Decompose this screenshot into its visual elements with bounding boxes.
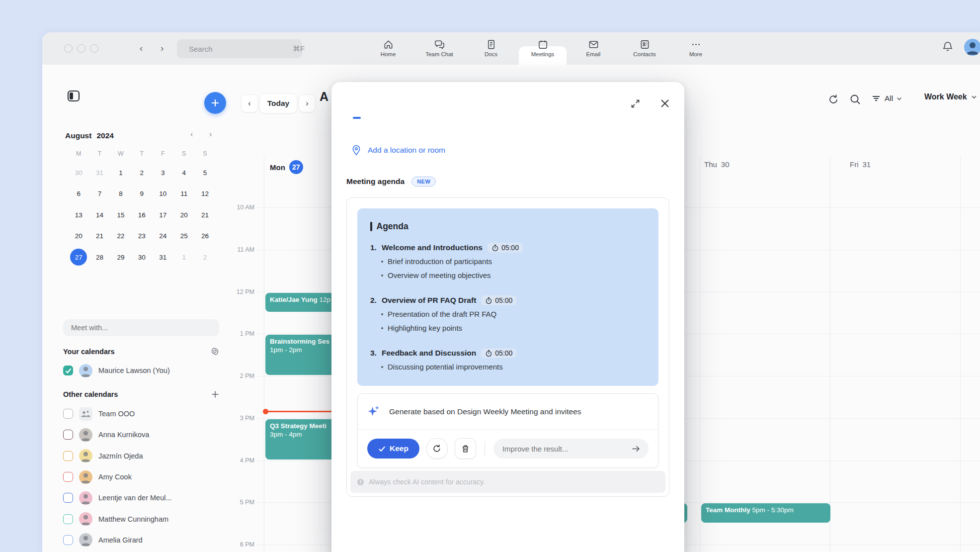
calendar-row-leentje-van-der-meul-[interactable]: Leentje van der Meul...	[63, 487, 172, 508]
close-modal-icon[interactable]	[658, 97, 671, 110]
your-calendars-label: Your calendars	[63, 348, 115, 356]
calendar-settings-gear-icon[interactable]	[211, 347, 219, 356]
mini-calendar-day[interactable]: 20	[68, 226, 89, 247]
window-control-close[interactable]	[64, 44, 73, 53]
nav-item-docs[interactable]: Docs	[465, 39, 517, 65]
mini-calendar-day[interactable]: 31	[153, 247, 173, 268]
calendar-checkbox[interactable]	[63, 493, 73, 503]
nav-item-email[interactable]: Email	[568, 39, 619, 65]
today-date-badge: 27	[289, 160, 303, 174]
filter-control[interactable]: All	[871, 93, 902, 103]
mini-calendar-day[interactable]: 14	[89, 204, 110, 226]
mini-calendar-day[interactable]: 7	[89, 184, 110, 205]
mini-calendar-day[interactable]: 21	[194, 204, 215, 226]
calendar-checkbox[interactable]	[63, 430, 73, 440]
window-control-minimize[interactable]	[77, 44, 85, 53]
add-calendar-plus-icon[interactable]	[211, 390, 219, 398]
mini-calendar-day[interactable]: 15	[110, 204, 131, 226]
calendar-row-team-ooo[interactable]: Team OOO	[63, 403, 172, 424]
mini-calendar-day[interactable]: 3	[153, 162, 173, 184]
submit-arrow-icon[interactable]	[631, 444, 641, 454]
calendar-name: Matthew Cunningham	[98, 515, 168, 523]
calendar-checkbox-checked[interactable]	[63, 366, 73, 375]
mini-calendar-day[interactable]: 31	[89, 162, 110, 184]
mini-calendar-day[interactable]: 30	[131, 247, 152, 268]
mini-calendar-day[interactable]: 9	[131, 184, 152, 205]
mini-calendar-day[interactable]: 28	[89, 247, 110, 268]
user-avatar[interactable]	[964, 39, 980, 56]
global-search[interactable]: ⌘F	[177, 39, 302, 58]
mini-calendar-day[interactable]: 2	[131, 162, 152, 184]
refresh-view-icon[interactable]	[827, 93, 839, 105]
mini-calendar-day[interactable]: 13	[68, 204, 89, 226]
improve-field[interactable]	[493, 439, 649, 459]
keep-button[interactable]: Keep	[367, 439, 419, 459]
history-forward-icon[interactable]: ›	[161, 43, 163, 54]
calendar-checkbox[interactable]	[63, 451, 73, 461]
calendar-checkbox[interactable]	[63, 472, 73, 482]
mini-calendar-day[interactable]: 27	[68, 247, 89, 268]
nav-item-label: Contacts	[633, 51, 655, 57]
calendar-checkbox[interactable]	[63, 535, 73, 545]
calendar-search-icon[interactable]	[849, 93, 861, 105]
nav-item-team-chat[interactable]: Team Chat	[413, 39, 465, 65]
mini-calendar-day[interactable]: 6	[68, 184, 89, 205]
nav-item-contacts[interactable]: Contacts	[619, 39, 670, 65]
mini-calendar-day[interactable]: 17	[153, 204, 173, 226]
hour-label: 1 PM	[220, 330, 254, 337]
mini-calendar-next-icon[interactable]: ›	[209, 130, 212, 139]
history-back-icon[interactable]: ‹	[140, 43, 143, 54]
prev-week-button[interactable]: ‹	[241, 94, 258, 112]
calendar-row-maurice-lawson-you-[interactable]: Maurice Lawson (You)	[63, 360, 170, 381]
mini-calendar-day[interactable]: 22	[110, 226, 131, 247]
nav-item-meetings[interactable]: Meetings	[517, 39, 569, 65]
calendar-row-amy-cook[interactable]: Amy Cook	[63, 466, 172, 487]
delete-button[interactable]	[455, 438, 476, 459]
today-button[interactable]: Today	[259, 93, 297, 113]
calendar-row-matthew-cunningham[interactable]: Matthew Cunningham	[63, 508, 172, 529]
window-control-zoom[interactable]	[90, 44, 98, 53]
mini-calendar-day[interactable]: 5	[194, 162, 215, 184]
mini-calendar-day[interactable]: 8	[110, 184, 131, 205]
mini-calendar-day[interactable]: 20	[173, 204, 194, 226]
mini-calendar-day[interactable]: 25	[173, 226, 194, 247]
current-time-dot	[263, 409, 268, 414]
search-input[interactable]	[188, 44, 289, 54]
mini-calendar-day[interactable]: 4	[173, 162, 194, 184]
event-team-monthly[interactable]: Team Monthly 5pm - 5:30pm	[701, 503, 830, 522]
expand-modal-icon[interactable]	[629, 97, 642, 110]
regenerate-button[interactable]	[426, 438, 448, 459]
view-switcher[interactable]: Work Week	[924, 92, 977, 101]
mini-calendar-day[interactable]: 10	[153, 184, 173, 205]
calendar-checkbox[interactable]	[63, 409, 73, 419]
nav-item-home[interactable]: Home	[362, 39, 414, 65]
mini-calendar-day[interactable]: 30	[68, 162, 89, 184]
sidebar-toggle-icon[interactable]	[66, 89, 81, 103]
calendar-row-amelia-girard[interactable]: Amelia Girard	[63, 530, 172, 551]
mini-calendar-day[interactable]: 1	[110, 162, 131, 184]
calendar-checkbox[interactable]	[63, 514, 73, 524]
next-week-button[interactable]: ›	[299, 94, 316, 112]
add-location-link[interactable]: Add a location or room	[368, 146, 445, 155]
nav-item-more[interactable]: More	[670, 39, 722, 65]
mini-calendar-day[interactable]: 16	[131, 204, 152, 226]
mini-calendar-day[interactable]: 29	[110, 247, 131, 268]
meet-with-field[interactable]	[63, 319, 219, 336]
calendar-row-anna-kurnikova[interactable]: Anna Kurnikova	[63, 424, 172, 445]
mini-calendar-day[interactable]: 21	[89, 226, 110, 247]
notification-bell-icon[interactable]	[942, 40, 954, 52]
mini-calendar-day[interactable]: 12	[194, 184, 215, 205]
meet-with-input[interactable]	[70, 323, 212, 332]
mini-calendar-day[interactable]: 26	[194, 226, 215, 247]
mini-calendar-day[interactable]: 24	[153, 226, 173, 247]
calendar-row-jazm-n-ojeda[interactable]: Jazmín Ojeda	[63, 446, 172, 466]
mini-calendar-day[interactable]: 2	[194, 247, 215, 268]
more-icon	[691, 39, 701, 50]
improve-input[interactable]	[501, 444, 626, 454]
create-event-button[interactable]	[204, 92, 226, 114]
mini-calendar-day[interactable]: 11	[173, 184, 194, 205]
mini-calendar-day[interactable]: 23	[131, 226, 152, 247]
mini-calendar-prev-icon[interactable]: ‹	[190, 130, 193, 139]
mini-calendar-day[interactable]: 1	[173, 247, 194, 268]
add-location-row[interactable]: Add a location or room	[351, 145, 445, 156]
